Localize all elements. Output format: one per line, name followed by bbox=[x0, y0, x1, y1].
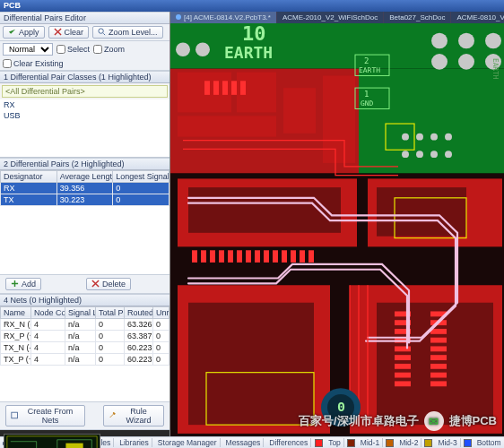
create-from-nets-button[interactable]: Create From Nets bbox=[5, 405, 85, 426]
svg-rect-32 bbox=[237, 250, 242, 263]
silk-text: 2 bbox=[364, 56, 369, 65]
layer-swatch[interactable] bbox=[464, 439, 472, 447]
col-longest[interactable]: Longest Signal Length (...) bbox=[113, 170, 169, 182]
table-row[interactable]: RX_N (-)4n/a063.3260 bbox=[1, 318, 169, 330]
svg-rect-13 bbox=[178, 116, 276, 136]
svg-rect-37 bbox=[282, 250, 287, 263]
svg-point-73 bbox=[416, 133, 423, 140]
svg-rect-63 bbox=[240, 81, 246, 95]
nets-table[interactable]: Name Node Count Signal Lengt... Total Pi… bbox=[0, 306, 169, 366]
layer-tab[interactable]: Bottom bbox=[474, 438, 504, 447]
col-routed[interactable]: Routed Len... bbox=[125, 306, 153, 318]
table-row[interactable]: TX_N (-)4n/a060.2230 bbox=[1, 341, 169, 353]
svg-rect-55 bbox=[430, 355, 447, 360]
pcb-canvas[interactable]: 10 EARTH 2 EARTH 1 GND 0 EARTH bbox=[170, 23, 504, 437]
svg-point-78 bbox=[430, 151, 438, 158]
editor-toolbar-2: Normal Select Zoom Clear Existing bbox=[0, 41, 169, 71]
layer-tab[interactable]: Mid-2 bbox=[396, 438, 421, 447]
svg-rect-45 bbox=[395, 346, 411, 351]
zoom-level-button[interactable]: Zoom Level... bbox=[92, 26, 163, 39]
layer-swatch[interactable] bbox=[315, 439, 323, 447]
svg-point-70 bbox=[176, 42, 190, 56]
col-siglen[interactable]: Signal Lengt... bbox=[65, 306, 96, 318]
svg-rect-4 bbox=[65, 443, 83, 448]
svg-rect-54 bbox=[430, 346, 447, 351]
svg-point-68 bbox=[458, 54, 474, 70]
svg-point-75 bbox=[445, 133, 452, 140]
select-label: Select bbox=[67, 45, 90, 54]
classes-header: 1 Differential Pair Classes (1 Highlight… bbox=[0, 71, 169, 83]
svg-rect-31 bbox=[228, 250, 233, 263]
delete-label: Delete bbox=[102, 280, 126, 289]
svg-rect-22 bbox=[188, 302, 314, 424]
doc-tab[interactable]: [4] ACME-0814.V2.PcbT3.* bbox=[170, 12, 277, 23]
add-label: Add bbox=[22, 280, 36, 289]
table-row[interactable]: TX 30.223 0 bbox=[1, 194, 169, 205]
svg-point-67 bbox=[431, 54, 448, 70]
layer-tab[interactable]: Mid-3 bbox=[435, 438, 460, 447]
col-name[interactable]: Name bbox=[1, 306, 31, 318]
svg-point-74 bbox=[430, 133, 438, 140]
add-button[interactable]: Add bbox=[5, 278, 41, 290]
svg-rect-46 bbox=[395, 355, 411, 360]
layer-swatch[interactable] bbox=[386, 439, 394, 447]
editor-toolbar: Apply Clear Zoom Level... bbox=[0, 24, 169, 41]
zoom-checkbox[interactable]: Zoom bbox=[93, 45, 125, 54]
svg-rect-7 bbox=[170, 23, 504, 69]
svg-rect-56 bbox=[430, 363, 447, 368]
list-item[interactable]: RX bbox=[0, 99, 169, 110]
layer-tab[interactable]: Top bbox=[326, 438, 344, 447]
col-designator[interactable]: Designator bbox=[1, 170, 57, 182]
clear-label: Clear bbox=[65, 28, 84, 37]
svg-point-64 bbox=[431, 32, 448, 48]
svg-rect-29 bbox=[210, 250, 215, 263]
svg-rect-1 bbox=[12, 412, 18, 418]
svg-point-77 bbox=[416, 151, 423, 158]
mode-select[interactable]: Normal bbox=[3, 43, 53, 56]
svg-rect-40 bbox=[308, 250, 314, 263]
pairs-header: 2 Differential Pairs (2 Highlighted) bbox=[0, 158, 169, 170]
silk-text: GND bbox=[361, 99, 374, 107]
status-tab[interactable]: Storage Manager bbox=[155, 438, 221, 447]
clearex-label: Clear Existing bbox=[13, 59, 64, 68]
status-tab[interactable]: Messages bbox=[223, 438, 265, 447]
doc-tab[interactable]: Beta027_SchDoc bbox=[384, 12, 451, 23]
delete-button[interactable]: Delete bbox=[86, 278, 131, 290]
svg-rect-30 bbox=[219, 250, 224, 263]
doc-tab[interactable]: ACME-2010_V2_WiFiSchDoc bbox=[277, 12, 384, 23]
clear-button[interactable]: Clear bbox=[48, 26, 90, 39]
differential-pairs-panel: Differential Pairs Editor Apply Clear Zo… bbox=[0, 12, 170, 437]
list-item[interactable]: USB bbox=[0, 110, 169, 121]
doc-tab[interactable]: ACME-0810_V2_ETH.SchDoc bbox=[451, 12, 504, 23]
panel-title: Differential Pairs Editor bbox=[0, 12, 169, 24]
layer-tab[interactable]: Mid-1 bbox=[358, 438, 383, 447]
classes-filter[interactable]: <All Differential Pairs> bbox=[2, 85, 168, 98]
rule-wizard-button[interactable]: Rule Wizard bbox=[103, 405, 164, 426]
table-row[interactable]: RX 39.356 0 bbox=[1, 182, 169, 194]
status-tab[interactable]: Differences bbox=[266, 438, 311, 447]
watermark-text-2: 捷博PCB bbox=[449, 413, 497, 429]
svg-rect-35 bbox=[264, 250, 269, 263]
layer-swatch[interactable] bbox=[347, 439, 355, 447]
silk-text: 10 bbox=[242, 23, 265, 45]
table-row[interactable]: RX_P (+)4n/a063.3870 bbox=[1, 330, 169, 341]
col-totalpin[interactable]: Total Pin/Pa... bbox=[96, 306, 125, 318]
pairs-buttons: Add Delete bbox=[0, 274, 169, 294]
apply-button[interactable]: Apply bbox=[3, 26, 45, 39]
svg-rect-59 bbox=[204, 81, 210, 95]
status-tab[interactable]: Libraries bbox=[117, 438, 152, 447]
svg-rect-58 bbox=[430, 381, 447, 386]
layer-swatch[interactable] bbox=[424, 439, 432, 447]
pairs-table[interactable]: Designator Average Length (mm) Longest S… bbox=[0, 170, 169, 206]
svg-rect-28 bbox=[201, 250, 206, 263]
select-checkbox[interactable]: Select bbox=[56, 45, 90, 54]
classes-list[interactable]: RX USB bbox=[0, 99, 169, 158]
clear-existing-checkbox[interactable]: Clear Existing bbox=[3, 59, 64, 68]
col-nodecount[interactable]: Node Count bbox=[31, 306, 65, 318]
table-row[interactable]: TX_P (+)4n/a060.2230 bbox=[1, 353, 169, 365]
col-unrouted[interactable]: Unrouted (... bbox=[153, 306, 169, 318]
col-avglen[interactable]: Average Length (mm) bbox=[56, 170, 113, 182]
svg-rect-36 bbox=[273, 250, 278, 263]
svg-text:EARTH: EARTH bbox=[491, 58, 500, 80]
svg-rect-39 bbox=[300, 250, 305, 263]
